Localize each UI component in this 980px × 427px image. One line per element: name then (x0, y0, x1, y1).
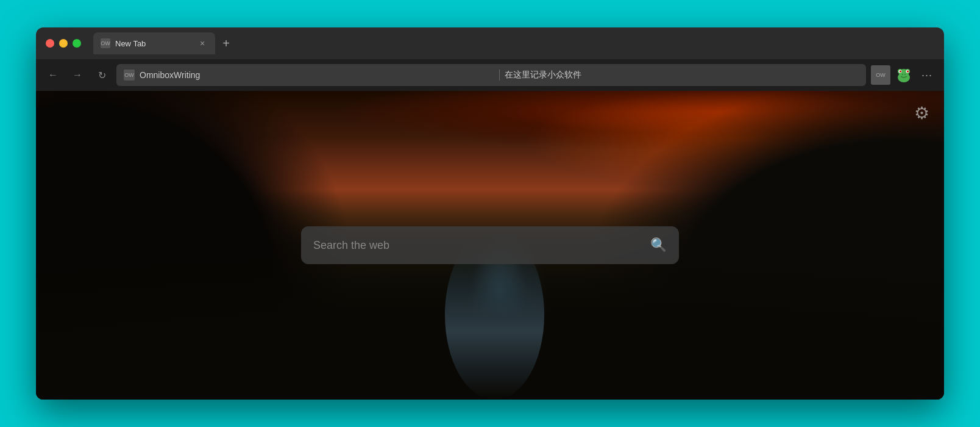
new-tab-button[interactable]: + (218, 35, 235, 52)
maximize-button[interactable] (73, 39, 81, 48)
address-bar[interactable]: OW OmniboxWriting 在这里记录小众软件 (116, 64, 866, 86)
settings-button[interactable]: ⚙ (914, 103, 929, 123)
nav-actions: OW (871, 64, 937, 86)
title-bar: OW New Tab × + (36, 27, 944, 59)
svg-point-8 (902, 74, 903, 75)
traffic-lights (46, 39, 81, 48)
active-tab[interactable]: OW New Tab × (93, 32, 215, 54)
svg-point-7 (907, 71, 909, 73)
browser-window: OW New Tab × + ← → ↻ OW OmniboxWriting 在… (36, 27, 944, 400)
address-tagline: 在这里记录小众软件 (505, 70, 859, 81)
search-container: 🔍 (301, 226, 679, 264)
reload-button[interactable]: ↻ (92, 65, 112, 85)
more-options-button[interactable]: ··· (917, 65, 937, 85)
address-favicon: OW (124, 70, 135, 81)
tab-favicon: OW (101, 38, 110, 48)
back-button[interactable]: ← (43, 65, 63, 85)
new-tab-page: 🔍 ⚙ (36, 91, 944, 400)
address-site-name: OmniboxWriting (140, 70, 494, 80)
tab-close-button[interactable]: × (197, 38, 208, 49)
nav-bar: ← → ↻ OW OmniboxWriting 在这里记录小众软件 OW (36, 59, 944, 91)
search-icon[interactable]: 🔍 (650, 237, 667, 253)
tab-title: New Tab (115, 39, 192, 48)
search-input[interactable] (313, 239, 643, 252)
frog-extension-icon[interactable] (893, 64, 915, 86)
svg-point-6 (900, 71, 901, 73)
close-button[interactable] (46, 39, 54, 48)
svg-point-9 (904, 74, 906, 75)
search-box: 🔍 (301, 226, 679, 264)
frog-svg (894, 65, 914, 85)
address-divider (499, 70, 500, 81)
forward-button[interactable]: → (68, 65, 87, 85)
extension-icon[interactable]: OW (871, 65, 890, 85)
tab-strip: OW New Tab × + (93, 32, 934, 54)
minimize-button[interactable] (59, 39, 68, 48)
